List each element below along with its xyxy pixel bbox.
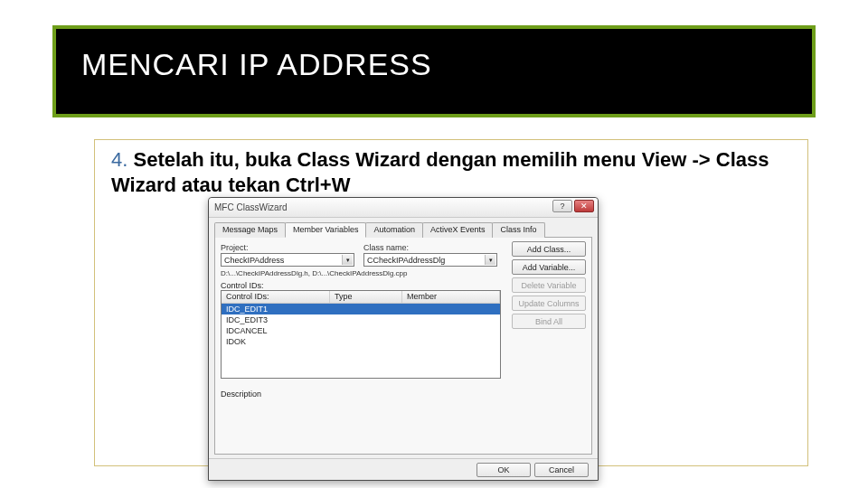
list-item[interactable]: IDCANCEL xyxy=(222,325,500,336)
tab-class-info[interactable]: Class Info xyxy=(492,222,544,238)
description-label: Description xyxy=(221,389,501,399)
control-ids-label: Control IDs: xyxy=(221,281,264,290)
class-name-value: CCheckIPAddressDlg xyxy=(367,256,445,265)
slide-header: MENCARI IP ADDRESS xyxy=(52,25,816,117)
add-class-button[interactable]: Add Class... xyxy=(512,241,586,257)
list-item[interactable]: IDOK xyxy=(222,336,500,347)
delete-variable-button[interactable]: Delete Variable xyxy=(512,277,586,293)
class-wizard-dialog: MFC ClassWizard ? ✕ Message Maps Member … xyxy=(208,197,599,481)
class-name-label: Class name: xyxy=(363,243,497,252)
ok-button[interactable]: OK xyxy=(476,463,531,477)
add-variable-button[interactable]: Add Variable... xyxy=(512,259,586,275)
control-ids-list[interactable]: Control IDs: Type Member IDC_EDIT1 IDC_E… xyxy=(221,290,501,379)
tab-automation[interactable]: Automation xyxy=(365,222,423,238)
class-name-combobox[interactable]: CCheckIPAddressDlg ▾ xyxy=(363,253,497,267)
dialog-titlebar: MFC ClassWizard ? ✕ xyxy=(209,198,598,218)
dialog-bottom-bar: OK Cancel xyxy=(209,458,598,480)
col-control-ids: Control IDs: xyxy=(222,291,330,303)
instruction-text: 4. Setelah itu, buka Class Wizard dengan… xyxy=(111,147,791,197)
help-button[interactable]: ? xyxy=(552,200,572,212)
list-header: Control IDs: Type Member xyxy=(222,291,500,304)
slide-title: MENCARI IP ADDRESS xyxy=(81,47,787,82)
step-number: 4. xyxy=(111,148,127,171)
file-path-line: D:\...\CheckIPAddressDlg.h, D:\...\Check… xyxy=(221,269,501,277)
tab-activex-events[interactable]: ActiveX Events xyxy=(422,222,494,238)
col-member: Member xyxy=(402,291,500,303)
list-item[interactable]: IDC_EDIT3 xyxy=(222,314,500,325)
tab-message-maps[interactable]: Message Maps xyxy=(214,222,286,238)
chevron-down-icon: ▾ xyxy=(485,255,495,265)
close-button[interactable]: ✕ xyxy=(574,200,594,212)
list-item[interactable]: IDC_EDIT1 xyxy=(222,304,500,314)
dialog-title: MFC ClassWizard xyxy=(214,202,288,212)
panel-left: Project: CheckIPAddress ▾ Class name: CC… xyxy=(221,243,501,436)
chevron-down-icon: ▾ xyxy=(342,255,353,265)
panel-right: Add Class... Add Variable... Delete Vari… xyxy=(512,241,586,332)
project-value: CheckIPAddress xyxy=(224,256,284,265)
dialog-content: Message Maps Member Variables Automation… xyxy=(214,221,592,455)
update-columns-button[interactable]: Update Columns xyxy=(512,296,586,311)
tab-strip: Message Maps Member Variables Automation… xyxy=(214,221,592,238)
bind-all-button[interactable]: Bind All xyxy=(512,314,586,329)
project-combobox[interactable]: CheckIPAddress ▾ xyxy=(221,253,354,267)
project-label: Project: xyxy=(221,243,354,252)
tab-member-variables[interactable]: Member Variables xyxy=(285,222,366,238)
window-controls: ? ✕ xyxy=(552,200,594,212)
tab-panel: Project: CheckIPAddress ▾ Class name: CC… xyxy=(214,238,592,455)
col-type: Type xyxy=(330,291,402,303)
instruction-content: Setelah itu, buka Class Wizard dengan me… xyxy=(111,148,769,196)
cancel-button[interactable]: Cancel xyxy=(534,463,589,477)
